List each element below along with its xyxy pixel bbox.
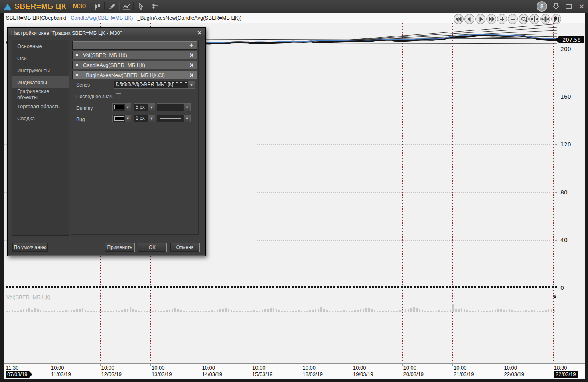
dialog-title-bar[interactable]: Настройки окна "График SBER=МБ ЦК - М30"… — [8, 28, 205, 38]
time-axis-tick — [251, 364, 251, 366]
sidebar-item-2[interactable]: Инструменты — [12, 64, 69, 76]
app-window: SBER=МБ ЦК M30 $ ✕ SBER=МБ ЦК(Сбербанк)C… — [0, 0, 588, 382]
bug-in-axes-line — [249, 43, 557, 44]
cursor-icon[interactable] — [135, 1, 147, 12]
time-axis-time-label: 10:00 — [202, 365, 215, 371]
pane-separator-2[interactable] — [4, 312, 558, 312]
shrink-candles-button[interactable] — [540, 14, 550, 24]
color-swatch — [114, 105, 124, 109]
time-axis: 11:3007/03/1910:0011/03/1910:0012/03/191… — [4, 363, 585, 379]
line-style-dropdown[interactable]: ▼ — [157, 103, 191, 111]
volume-bar — [410, 308, 412, 312]
step-back-button[interactable] — [464, 14, 474, 24]
step-forward-button[interactable] — [475, 14, 485, 24]
line-style-dropdown[interactable]: ▼ — [157, 115, 191, 122]
legend-item[interactable]: CandleAvg(SBER=МБ ЦК) — [71, 15, 133, 21]
close-icon[interactable]: ✕ — [578, 2, 586, 10]
chevron-down-icon[interactable]: ▼ — [188, 81, 195, 88]
indicator-tool-icon[interactable] — [120, 1, 132, 12]
expand-indicator-icon[interactable]: » — [74, 52, 81, 58]
chevron-down-icon[interactable]: ▼ — [148, 104, 155, 111]
volume-bar — [225, 308, 227, 312]
add-indicator-row[interactable]: + — [72, 41, 197, 50]
volume-bar — [455, 309, 457, 312]
dialog-indicators-panel: + »Vol(SBER=МБ ЦК)✕»CandleAvg(SBER=МБ ЦК… — [71, 40, 199, 235]
time-axis-date-label: 07/03/19 — [6, 371, 29, 378]
y-axis-minor-tick — [555, 97, 559, 97]
zoom-box-button[interactable] — [519, 14, 529, 24]
time-axis-tick — [201, 364, 201, 366]
dialog-title: Настройки окна "График SBER=МБ ЦК - М30" — [11, 30, 122, 36]
chevron-down-icon[interactable]: ▼ — [183, 104, 190, 111]
line-width-value: 5 px — [134, 104, 148, 110]
line-width-dropdown[interactable]: 1 px▼ — [134, 115, 155, 122]
ok-button[interactable]: OK — [138, 243, 167, 252]
sidebar-item-5[interactable]: Торговая область — [12, 100, 69, 112]
legend-item[interactable]: SBER=МБ ЦК(Сбербанк) — [6, 15, 66, 21]
chevron-down-icon[interactable]: ▼ — [148, 115, 155, 122]
step-back-all-button[interactable] — [454, 14, 464, 24]
time-axis-time-label: 10:00 — [454, 365, 467, 371]
pane-separator[interactable] — [4, 293, 558, 293]
remove-indicator-icon[interactable]: ✕ — [189, 52, 194, 58]
volume-bar — [228, 309, 229, 312]
legend-item[interactable]: _BugInAxesNew(CandleAvg(SBER=МБ ЦК)) — [137, 15, 241, 21]
time-axis-time-label: 10:00 — [252, 365, 266, 371]
chevron-down-icon[interactable]: ▼ — [183, 115, 190, 122]
volume-bar — [124, 309, 126, 312]
sidebar-item-1[interactable]: Оси — [12, 52, 69, 64]
volume-bar — [368, 308, 370, 312]
collapse-indicator-icon[interactable]: « — [74, 72, 81, 78]
expand-indicator-icon[interactable]: » — [74, 62, 81, 68]
time-axis-tick — [352, 364, 352, 366]
toolbar-separator — [148, 2, 148, 10]
dialog-close-icon[interactable]: ✕ — [197, 30, 202, 36]
zoom-out-button[interactable] — [508, 14, 518, 24]
default-button[interactable]: По умолчанию — [12, 243, 48, 252]
candles-mode-icon[interactable] — [91, 1, 103, 12]
line-width-dropdown[interactable]: 5 px▼ — [134, 103, 155, 111]
chevron-down-icon[interactable]: ▼ — [124, 115, 131, 122]
legend-strip: SBER=МБ ЦК(Сбербанк)CandleAvg(SBER=МБ ЦК… — [4, 13, 585, 23]
chevron-down-icon[interactable]: ▼ — [124, 104, 131, 111]
volume-bar — [315, 309, 316, 312]
chart-timeframe: M30 — [73, 2, 86, 10]
y-axis-tick-label: 40 — [560, 237, 568, 243]
color-dropdown[interactable]: ▼ — [112, 115, 131, 122]
zoom-in-button[interactable] — [497, 14, 507, 24]
volume-bar — [452, 304, 454, 312]
download-icon[interactable] — [552, 2, 560, 10]
last-value-checkbox[interactable] — [116, 93, 121, 99]
step-forward-all-button[interactable] — [486, 14, 496, 24]
time-axis-date-label: 21/03/19 — [454, 371, 474, 377]
remove-indicator-icon[interactable]: ✕ — [189, 62, 194, 68]
time-axis-time-label: 10:00 — [101, 365, 115, 371]
sidebar-item-4[interactable]: Графические объекты — [12, 88, 69, 100]
apply-button[interactable]: Применить — [105, 243, 135, 252]
series-dropdown[interactable]: CandleAvg(SBER=МБ ЦК) ▼ — [114, 81, 195, 89]
toolbar-separator — [133, 2, 134, 10]
levels-icon[interactable] — [149, 1, 161, 12]
sidebar-item-0[interactable]: Основные — [12, 40, 69, 52]
volume-bar — [413, 307, 415, 312]
remove-indicator-icon[interactable]: ✕ — [189, 72, 194, 78]
indicator-row[interactable]: «_BugInAxesNew(SBER=МБ ЦК.Cl)✕ — [72, 71, 197, 79]
time-axis-tick — [402, 364, 403, 366]
minimize-icon[interactable] — [565, 2, 573, 10]
time-axis-date-label: 11/03/19 — [51, 371, 71, 377]
shrink-horizontal-button[interactable] — [529, 14, 539, 24]
indicator-row[interactable]: »Vol(SBER=МБ ЦК)✕ — [72, 51, 197, 59]
dollar-icon[interactable]: $ — [537, 1, 547, 12]
color-dropdown[interactable]: ▼ — [112, 103, 131, 111]
sidebar-item-6[interactable]: Сводка — [12, 112, 69, 124]
time-axis-tick — [50, 364, 50, 366]
indicator-row[interactable]: »CandleAvg(SBER=МБ ЦК)✕ — [72, 61, 197, 69]
price-badge-arrow — [555, 36, 559, 43]
indicator-label: Vol(SBER=МБ ЦК) — [83, 52, 189, 58]
cancel-button[interactable]: Отмена — [170, 243, 200, 252]
indicator-label: _BugInAxesNew(SBER=МБ ЦК.Cl) — [83, 72, 189, 78]
pencil-draw-icon[interactable] — [106, 1, 118, 12]
style-row-label: Bug — [76, 117, 85, 122]
add-indicator-icon[interactable]: + — [189, 42, 193, 49]
sidebar-item-3[interactable]: Индикаторы — [12, 76, 69, 88]
